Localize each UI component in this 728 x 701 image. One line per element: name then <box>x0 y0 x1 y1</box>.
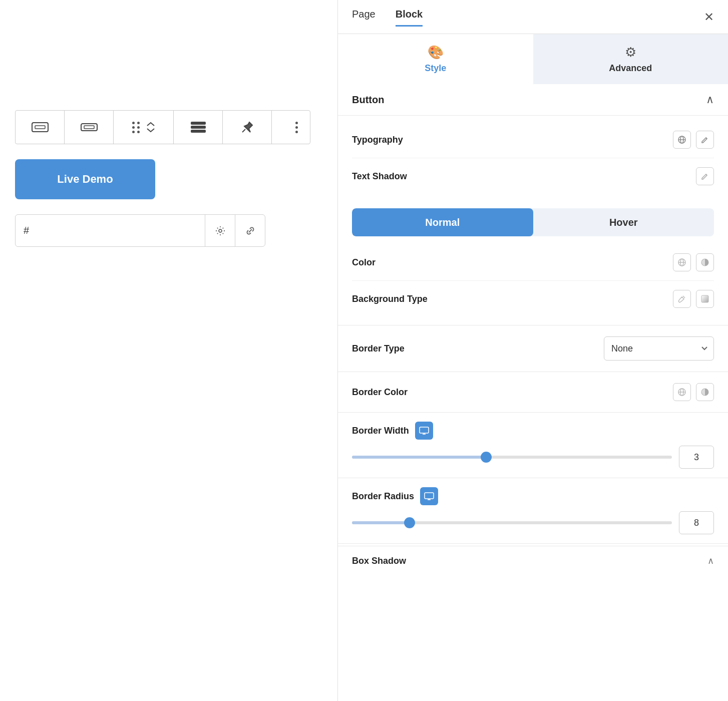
globe2-icon <box>677 258 686 267</box>
border-width-slider-row: 3 <box>352 446 714 469</box>
typography-label: Typography <box>352 135 403 145</box>
border-color-circle-button[interactable] <box>696 383 714 401</box>
typography-icons <box>673 131 714 149</box>
url-bar-gear-button[interactable] <box>205 214 235 247</box>
up-down-arrows-icon <box>146 122 155 133</box>
color-circle-button[interactable] <box>696 253 714 271</box>
border-radius-value: 8 <box>679 511 714 534</box>
toolbar-item-align[interactable] <box>174 110 223 144</box>
border-width-label-row: Border Width <box>352 422 714 440</box>
collapse-button[interactable]: ∧ <box>706 93 714 106</box>
url-bar-link-button[interactable] <box>235 214 265 247</box>
tab-block[interactable]: Block <box>396 9 423 27</box>
live-demo-button[interactable]: Live Demo <box>15 159 155 199</box>
bg-paint-button[interactable] <box>673 290 691 308</box>
toolbar-item-pin[interactable] <box>223 110 272 144</box>
globe-icon <box>677 135 686 144</box>
border-color-area: Border Color <box>338 374 728 410</box>
border-width-value: 3 <box>679 446 714 469</box>
sub-tab-style[interactable]: 🎨 Style <box>338 34 533 84</box>
typography-globe-button[interactable] <box>673 131 691 149</box>
border-color-label: Border Color <box>352 387 408 398</box>
tab-page[interactable]: Page <box>352 9 376 27</box>
box-shadow-label: Box Shadow <box>352 556 406 566</box>
border-radius-fill <box>352 521 410 524</box>
text-shadow-label: Text Shadow <box>352 171 407 182</box>
svg-rect-22 <box>420 427 429 433</box>
style-icon: 🎨 <box>428 45 444 60</box>
typography-edit-button[interactable] <box>696 131 714 149</box>
sub-tabs: 🎨 Style ⚙ Advanced <box>338 34 728 84</box>
bg-gradient-button[interactable] <box>696 290 714 308</box>
svg-rect-17 <box>701 295 708 302</box>
svg-rect-25 <box>425 493 434 499</box>
border-width-fill <box>352 456 486 459</box>
half-circle-icon <box>700 258 709 267</box>
link-icon <box>245 225 256 236</box>
divider2 <box>338 372 728 372</box>
globe3-icon <box>677 388 686 397</box>
toolbar <box>15 110 310 144</box>
border-width-container: Border Width 3 <box>338 415 728 476</box>
border-radius-track[interactable] <box>352 521 672 524</box>
border-width-label: Border Width <box>352 426 409 436</box>
button-section-header: Button ∧ <box>338 84 728 116</box>
border-type-container: Border Type None Solid Dashed Dotted <box>338 327 728 370</box>
normal-button[interactable]: Normal <box>352 208 533 236</box>
text-shadow-edit-button[interactable] <box>696 167 714 185</box>
drag-grid-icon <box>132 122 140 133</box>
gear-icon <box>215 225 226 236</box>
main-tabs: Page Block <box>352 9 423 25</box>
sub-tab-advanced[interactable]: ⚙ Advanced <box>533 34 729 84</box>
toolbar-item-more[interactable] <box>272 110 321 144</box>
half-circle2-icon <box>700 388 709 397</box>
monitor-icon <box>419 427 429 435</box>
border-color-globe-button[interactable] <box>673 383 691 401</box>
pencil2-icon <box>701 172 709 180</box>
background-type-row: Background Type <box>352 281 714 317</box>
text-shadow-icons <box>696 167 714 185</box>
hover-button[interactable]: Hover <box>533 208 714 236</box>
border-radius-slider-row: 8 <box>352 511 714 534</box>
left-panel: Live Demo <box>0 0 337 701</box>
right-panel: Page Block ✕ 🎨 Style ⚙ Advanced Button ∧… <box>337 0 728 701</box>
toolbar-item-dots[interactable] <box>114 110 174 144</box>
properties-area: Typography Text Sha <box>338 116 728 200</box>
svg-rect-1 <box>35 126 45 129</box>
monitor2-icon <box>424 492 434 500</box>
normal-props-area: Color Background Ty <box>338 244 728 323</box>
paint-icon <box>677 294 686 303</box>
button-rect-icon <box>31 122 49 133</box>
divider5 <box>338 543 728 544</box>
border-radius-thumb[interactable] <box>404 517 415 528</box>
svg-rect-5 <box>191 126 205 128</box>
border-color-row: Border Color <box>352 374 714 410</box>
main-tab-bar: Page Block ✕ <box>338 0 728 34</box>
border-type-label: Border Type <box>352 343 405 354</box>
border-type-select[interactable]: None Solid Dashed Dotted <box>604 336 714 361</box>
toolbar-item-button[interactable] <box>16 110 65 144</box>
color-icons <box>673 253 714 271</box>
svg-point-8 <box>219 229 222 232</box>
close-button[interactable]: ✕ <box>704 10 714 24</box>
border-color-icons <box>673 383 714 401</box>
border-radius-container: Border Radius 8 <box>338 480 728 541</box>
toolbar-item-button2[interactable] <box>65 110 114 144</box>
sub-tab-style-label: Style <box>425 63 446 74</box>
border-radius-label-row: Border Radius <box>352 487 714 505</box>
text-shadow-row: Text Shadow <box>352 158 714 194</box>
url-bar <box>15 214 265 247</box>
box-shadow-chevron[interactable]: ∧ <box>707 555 714 566</box>
svg-rect-2 <box>81 124 97 131</box>
align-icon <box>190 121 206 133</box>
border-width-thumb[interactable] <box>481 452 492 463</box>
border-width-monitor-icon[interactable] <box>415 422 433 440</box>
svg-rect-4 <box>191 122 205 124</box>
svg-rect-0 <box>32 123 48 132</box>
toggle-container: Normal Hover <box>338 200 728 244</box>
border-width-track[interactable] <box>352 456 672 459</box>
border-radius-monitor-icon[interactable] <box>420 487 438 505</box>
url-input[interactable] <box>16 225 205 236</box>
color-globe-button[interactable] <box>673 253 691 271</box>
button-rect2-icon <box>80 122 98 133</box>
